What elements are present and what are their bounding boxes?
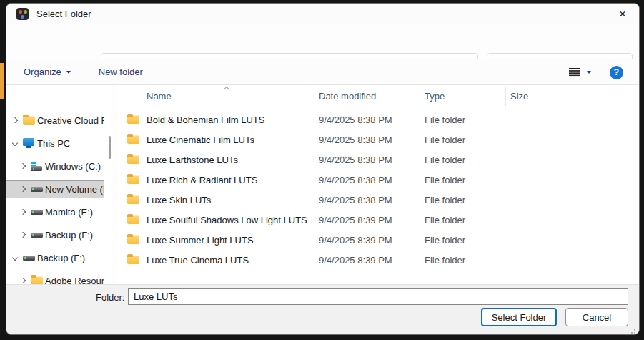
- command-bar: Organize New folder ?: [6, 59, 639, 85]
- sort-ascending-icon: [224, 87, 229, 92]
- column-header-date-modified[interactable]: Date modified: [319, 91, 376, 102]
- file-date: 9/4/2025 8:38 PM: [319, 155, 392, 165]
- app-icon-dot: [24, 10, 27, 14]
- column-separator[interactable]: [420, 87, 420, 106]
- folder-field-label: Folder:: [96, 292, 124, 303]
- tree-item-this-pc[interactable]: This PC: [6, 135, 104, 152]
- app-icon-dot: [21, 15, 24, 19]
- select-folder-button[interactable]: Select Folder: [481, 308, 557, 326]
- column-separator[interactable]: [563, 87, 563, 106]
- file-name: Bold & Bohemian Film LUTS: [147, 115, 264, 125]
- windows-drive-icon: [30, 162, 43, 171]
- file-date: 9/4/2025 8:38 PM: [319, 195, 392, 205]
- folder-icon: [127, 215, 139, 224]
- folder-icon: [127, 135, 139, 144]
- chevron-down-icon[interactable]: [12, 255, 18, 261]
- folder-icon: [127, 175, 139, 184]
- tree-item-label: New Volume (D:): [45, 184, 104, 195]
- folder-icon: [31, 276, 43, 284]
- tree-item-label: Mamita (E:): [45, 207, 93, 218]
- cancel-button[interactable]: Cancel: [565, 308, 628, 326]
- tree-item-windows-c[interactable]: Windows (C:): [6, 157, 104, 175]
- tree-item-label: Adobe Resourc: [45, 276, 104, 285]
- folder-icon: [127, 155, 139, 164]
- folder-icon: [127, 115, 139, 124]
- file-row[interactable]: Bold & Bohemian Film LUTS 9/4/2025 8:38 …: [117, 110, 639, 130]
- chevron-down-icon[interactable]: [12, 140, 18, 146]
- folder-tree: Creative Cloud F This PC Windows (C:) Ne…: [6, 85, 112, 284]
- file-date: 9/4/2025 8:39 PM: [319, 235, 392, 246]
- column-header-type[interactable]: Type: [425, 91, 445, 102]
- chevron-right-icon[interactable]: [20, 163, 26, 169]
- file-type: File folder: [425, 195, 465, 205]
- file-name: Luxe Summer Light LUTS: [147, 235, 254, 246]
- drive-icon: [31, 233, 43, 238]
- column-header-name[interactable]: Name: [147, 91, 172, 102]
- file-name: Luxe Earthstone LUTs: [147, 155, 238, 165]
- file-name: Luxe Cinematic Film LUTs: [147, 135, 254, 145]
- close-icon[interactable]: ×: [606, 4, 639, 24]
- help-icon[interactable]: ?: [610, 66, 623, 79]
- file-date: 9/4/2025 8:38 PM: [319, 115, 392, 125]
- file-row[interactable]: Luxe Soulful Shadows Low Light LUTS 9/4/…: [117, 210, 639, 230]
- organize-label: Organize: [24, 67, 61, 77]
- dialog-title: Select Folder: [36, 9, 91, 19]
- file-type: File folder: [425, 235, 465, 246]
- file-date: 9/4/2025 8:39 PM: [319, 255, 392, 266]
- chevron-right-icon[interactable]: [20, 232, 26, 238]
- view-options-chevron-icon[interactable]: [587, 71, 591, 74]
- navigation-bar: ← → ↑ This PC New Volume (D:) Luxe LUTs: [6, 24, 639, 59]
- new-folder-button[interactable]: New folder: [99, 67, 143, 77]
- file-name: Luxe Rich & Radiant LUTS: [147, 175, 257, 185]
- file-row[interactable]: Luxe True Cinema LUTS 9/4/2025 8:39 PM F…: [117, 250, 639, 270]
- dialog-footer: Folder: Select Folder Cancel: [6, 284, 639, 334]
- organize-button[interactable]: Organize: [24, 67, 71, 77]
- chevron-right-icon[interactable]: [20, 278, 26, 283]
- file-type: File folder: [425, 255, 465, 266]
- file-type: File folder: [425, 155, 465, 165]
- drive-icon: [23, 256, 35, 261]
- folder-icon: [127, 256, 139, 264]
- folder-name-input[interactable]: [128, 288, 628, 305]
- resize-grip[interactable]: [634, 329, 635, 331]
- column-separator[interactable]: [314, 87, 314, 106]
- tree-item-label: This PC: [37, 138, 70, 149]
- file-row[interactable]: Luxe Earthstone LUTs 9/4/2025 8:38 PM Fi…: [117, 150, 639, 170]
- tree-item-creative-cloud[interactable]: Creative Cloud F: [6, 112, 104, 129]
- tree-item-mamita-e[interactable]: Mamita (E:): [6, 203, 104, 220]
- list-view-icon[interactable]: [569, 68, 580, 77]
- tree-item-label: Windows (C:): [45, 161, 101, 172]
- this-pc-icon: [23, 138, 34, 146]
- file-name: Luxe True Cinema LUTS: [147, 255, 249, 266]
- folder-icon: [127, 235, 139, 244]
- command-bar-right: ?: [569, 59, 639, 85]
- tree-item-label: Creative Cloud F: [37, 115, 104, 126]
- file-row[interactable]: Luxe Cinematic Film LUTs 9/4/2025 8:38 P…: [117, 130, 639, 150]
- chevron-right-icon[interactable]: [12, 117, 18, 123]
- chevron-right-icon[interactable]: [20, 186, 26, 192]
- column-header-row: Name Date modified Type Size: [117, 85, 639, 107]
- chevron-right-icon[interactable]: [20, 209, 26, 215]
- drive-icon: [31, 210, 43, 215]
- tree-item-label: Backup (F:): [45, 230, 93, 241]
- file-date: 9/4/2025 8:38 PM: [319, 135, 392, 145]
- column-header-size[interactable]: Size: [510, 91, 528, 102]
- tree-item-new-volume-d[interactable]: New Volume (D:): [6, 180, 104, 198]
- file-date: 9/4/2025 8:38 PM: [319, 175, 392, 185]
- sidebar-scrollbar-thumb[interactable]: [109, 136, 111, 159]
- file-row[interactable]: Luxe Rich & Radiant LUTS 9/4/2025 8:38 P…: [117, 170, 639, 190]
- file-type: File folder: [425, 215, 465, 225]
- file-list: Name Date modified Type Size Bold & Bohe…: [117, 85, 639, 284]
- file-row[interactable]: Luxe Skin LUTs 9/4/2025 8:38 PM File fol…: [117, 190, 639, 210]
- tree-item-backup-f-1[interactable]: Backup (F:): [6, 226, 104, 243]
- file-row[interactable]: Luxe Summer Light LUTS 9/4/2025 8:39 PM …: [117, 230, 639, 250]
- chevron-down-icon: [66, 71, 71, 74]
- file-type: File folder: [425, 115, 465, 125]
- tree-item-adobe-resources[interactable]: Adobe Resourc: [6, 272, 104, 284]
- tree-item-backup-f-2[interactable]: Backup (F:): [6, 249, 104, 266]
- davinci-resolve-app-icon: [16, 8, 29, 20]
- title-bar: Select Folder ×: [6, 4, 639, 24]
- folder-icon: [23, 116, 35, 125]
- app-icon-dot: [19, 10, 22, 14]
- column-separator[interactable]: [505, 87, 506, 106]
